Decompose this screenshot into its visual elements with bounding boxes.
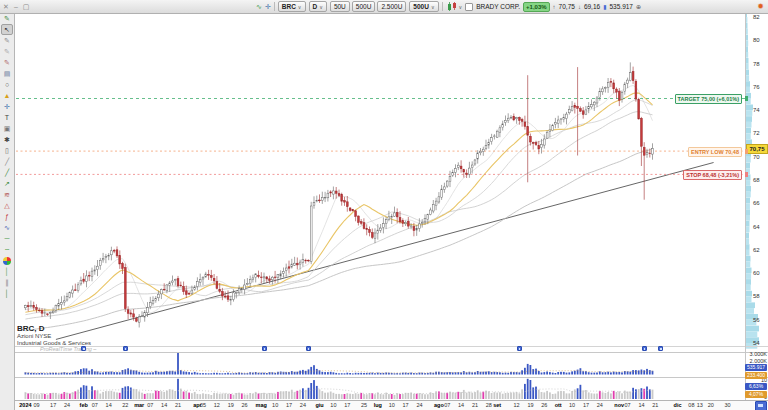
time-axis-label: 05 — [200, 402, 206, 408]
quantity-selected-label: 500U — [413, 3, 429, 10]
qty-button-50u[interactable]: 50U — [330, 1, 350, 12]
event-marker-icon[interactable] — [306, 346, 311, 351]
time-axis-label: mar — [134, 402, 144, 408]
entry-axis-notch — [745, 149, 748, 154]
time-axis[interactable]: 2024091724feb071422mar071421apr05121926m… — [14, 400, 754, 410]
cursor-tool-icon[interactable]: ↖ — [1, 24, 13, 35]
time-axis-label: 10 — [569, 402, 575, 408]
time-axis-label: 21 — [652, 402, 658, 408]
move-tool-icon[interactable]: ✛ — [1, 101, 13, 112]
pane2-last-tag: 6,63% — [745, 383, 767, 390]
time-axis-label: 10 — [272, 402, 278, 408]
time-axis-label: 30 — [724, 402, 730, 408]
copy-tool-icon[interactable]: ▣ — [1, 123, 13, 134]
event-marker-icon[interactable] — [517, 346, 522, 351]
arrow-tool-icon[interactable]: ↗ — [1, 178, 13, 189]
compare-checkbox[interactable] — [465, 3, 473, 11]
zoom-tool-icon[interactable]: ○ — [1, 79, 13, 90]
text-tool-icon[interactable]: T — [1, 112, 13, 123]
symbol-title: BRC, D — [17, 324, 91, 333]
change-badge: +1,03% — [523, 2, 550, 12]
time-axis-label: ago — [434, 402, 444, 408]
magnet-icon[interactable]: ✛ — [265, 2, 271, 11]
time-axis-label: ott — [555, 402, 562, 408]
pane-separator — [0, 400, 768, 401]
timeframe-dropdown[interactable]: D ∨ — [309, 1, 327, 12]
chevron-down-icon: ∨ — [319, 4, 323, 10]
highlighter-tool-icon[interactable]: ✎ — [1, 57, 13, 68]
trash-tool-icon[interactable]: ▯ — [1, 145, 13, 156]
event-marker-icon[interactable] — [658, 346, 663, 351]
chart-type-button[interactable]: ∨ — [446, 2, 463, 11]
indicator-tool-icon[interactable]: ≋ — [1, 189, 13, 200]
price-axis-tick: 82 — [753, 14, 767, 20]
time-axis-label: 17 — [403, 402, 409, 408]
time-axis-label: 07 — [444, 402, 450, 408]
entry-level-label[interactable]: ENTRY LOW 70,48 — [688, 147, 742, 157]
target-level-label[interactable]: TARGET 75,00 (+6,01%) — [675, 94, 743, 104]
stats-icon[interactable]: ∿ — [256, 2, 262, 11]
price-axis-tick: 76 — [753, 84, 767, 90]
add-indicator-icon[interactable]: ⊕ — [636, 3, 641, 10]
pen-tool-icon[interactable]: ✎ — [1, 35, 13, 46]
zigzag-tool-icon[interactable]: ∿ — [1, 222, 13, 233]
restore-window-icon[interactable]: ▢ — [23, 3, 30, 11]
candlestick-type-icon — [446, 2, 458, 11]
vline-tool-icon[interactable]: │ — [1, 266, 13, 277]
time-axis-label: 17 — [286, 402, 292, 408]
channel-tool-icon[interactable]: ∥ — [1, 277, 13, 288]
time-axis-label: 12 — [514, 402, 520, 408]
segment-tool-icon[interactable]: ╱ — [1, 167, 13, 178]
chevron-down-icon: ∨ — [459, 4, 463, 10]
time-axis-label: giu — [315, 402, 323, 408]
time-axis-label: 17 — [583, 402, 589, 408]
pane2-average-tag: 4,07% — [745, 391, 767, 398]
time-axis-label: 21 — [175, 402, 181, 408]
time-axis-label: 14 — [458, 402, 464, 408]
drawing-tools-sidebar: ✎↖✎✎✎▤○▲✛T▣✱▯╱╱↗≋△ƒ∿─┄│∥│ — [0, 13, 15, 410]
price-chart-canvas[interactable] — [0, 0, 768, 410]
dashline-tool-icon[interactable]: ┄ — [1, 244, 13, 255]
ray-tool-icon[interactable]: │ — [1, 288, 13, 299]
quantity-dropdown[interactable]: 500U ∨ — [409, 1, 438, 12]
notifications-icon[interactable]: ✹ — [757, 2, 764, 11]
price-axis-tick: 60 — [753, 270, 767, 276]
time-axis-label: 09 — [33, 402, 39, 408]
triangle-pattern-icon[interactable]: △ — [1, 200, 13, 211]
qty-button-500u[interactable]: 500U — [352, 1, 376, 12]
chevron-down-icon: ∨ — [431, 4, 435, 10]
price-axis-tick: 68 — [753, 177, 767, 183]
pane-separator — [14, 352, 768, 353]
qty-button-2500u[interactable]: 2.500U — [377, 1, 406, 12]
time-axis-label: 21 — [472, 402, 478, 408]
price-axis[interactable]: 828078767472706866646260585654 — [745, 13, 768, 346]
volume-average-tag: 233.400 — [745, 372, 767, 379]
event-marker-icon[interactable] — [81, 346, 86, 351]
pencil-tool-icon[interactable]: ✎ — [1, 13, 13, 24]
high-arrow-icon: ↑ — [553, 4, 556, 10]
event-marker-icon[interactable] — [642, 346, 647, 351]
time-axis-label: 07 — [92, 402, 98, 408]
image-tool-icon[interactable]: ▤ — [1, 68, 13, 79]
settings-tool-icon[interactable]: ✱ — [1, 134, 13, 145]
palette-tool-icon[interactable] — [1, 255, 13, 266]
time-axis-label: set — [493, 402, 501, 408]
time-axis-label: lug — [374, 402, 382, 408]
close-window-icon[interactable]: ✕ — [3, 3, 9, 11]
time-axis-label: 20 — [708, 402, 714, 408]
marker-tool-icon[interactable]: ✎ — [1, 46, 13, 57]
stop-level-label[interactable]: STOP 68,48 (-3,21%) — [683, 170, 742, 180]
hline-tool-icon[interactable]: ─ — [1, 233, 13, 244]
fibonacci-tool-icon[interactable]: ƒ — [1, 211, 13, 222]
calendar-button[interactable] — [755, 401, 767, 410]
time-axis-label: 26 — [242, 402, 248, 408]
trendline-tool-icon[interactable]: ╱ — [1, 156, 13, 167]
event-marker-icon[interactable] — [123, 346, 128, 351]
alert-tool-icon[interactable]: ▲ — [1, 90, 13, 101]
symbol-dropdown[interactable]: BRC ∨ — [278, 1, 306, 12]
window-controls: ✕ – ▢ — [3, 0, 29, 13]
time-axis-label: 19 — [228, 402, 234, 408]
event-marker-icon[interactable] — [262, 346, 267, 351]
symbol-label: BRC — [282, 3, 296, 10]
minimize-window-icon[interactable]: – — [14, 3, 18, 10]
